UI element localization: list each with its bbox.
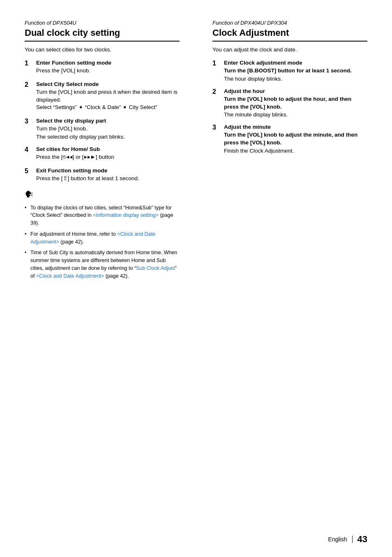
right-step-3-body: Turn the [VOL] knob to adjust the minute…	[224, 131, 367, 147]
left-step-1: 1 Enter Function setting mode Press the …	[25, 59, 180, 75]
two-column-layout: Function of DPX504U Dual clock city sett…	[25, 20, 367, 283]
left-step-4-body: Press the [⎋◀◀] or [▶▶►] button	[36, 153, 180, 161]
note-2-link[interactable]: <Clock and Date Adjustment>	[30, 231, 155, 245]
left-function-label: Function of DPX504U	[25, 20, 180, 26]
left-step-5-content: Exit Function setting mode Press the [⇧]…	[36, 167, 180, 183]
left-step-3-body: Turn the [VOL] knob.	[36, 125, 180, 133]
left-step-4-number: 4	[25, 146, 34, 154]
left-step-2-extra: Select “Settings” ➧ “Clock & Date” ➧ Cit…	[36, 104, 180, 111]
footer-bar: English 43	[328, 534, 367, 545]
right-step-1-body: Turn the [B.BOOST] button for at least 1…	[224, 67, 367, 75]
right-steps-list: 1 Enter Clock adjustment mode Turn the […	[212, 59, 367, 154]
left-step-1-heading: Enter Function setting mode	[36, 59, 180, 67]
left-step-5: 5 Exit Function setting mode Press the […	[25, 167, 180, 183]
left-step-3-number: 3	[25, 117, 34, 126]
right-step-1-heading: Enter Clock adjustment mode	[224, 59, 367, 67]
note-3-link-1[interactable]: Sub Clock Adjust	[136, 265, 175, 271]
note-item-1: To display the clocks of two cities, sel…	[25, 204, 180, 227]
left-steps-list: 1 Enter Function setting mode Press the …	[25, 59, 180, 183]
left-step-2-number: 2	[25, 81, 34, 89]
left-step-3-note: The selected city display part blinks.	[36, 134, 180, 140]
right-section-intro: You can adjust the clock and date.	[212, 46, 367, 53]
right-step-3-content: Adjust the minute Turn the [VOL] knob to…	[224, 123, 367, 154]
left-step-5-number: 5	[25, 167, 34, 176]
left-step-3-heading: Select the city display part	[36, 117, 180, 125]
right-step-1-note: The hour display blinks.	[224, 76, 367, 82]
footer-page-number: 43	[357, 534, 367, 545]
right-step-2-number: 2	[212, 88, 221, 96]
right-step-3-heading: Adjust the minute	[224, 123, 367, 131]
right-column: Function of DPX404U/ DPX304 Clock Adjust…	[204, 20, 367, 283]
left-step-3: 3 Select the city display part Turn the …	[25, 117, 180, 140]
left-step-5-heading: Exit Function setting mode	[36, 167, 180, 175]
note-icon: 🗣	[25, 189, 34, 200]
right-step-3-note: Finish the Clock Adjustment.	[224, 148, 367, 154]
right-step-1-content: Enter Clock adjustment mode Turn the [B.…	[224, 59, 367, 82]
left-step-3-content: Select the city display part Turn the [V…	[36, 117, 180, 140]
left-step-2-body: Turn the [VOL] knob and press it when th…	[36, 88, 180, 104]
left-step-4-content: Set cities for Home/ Sub Press the [⎋◀◀]…	[36, 146, 180, 161]
left-step-2: 2 Select City Select mode Turn the [VOL]…	[25, 81, 180, 112]
left-section-intro: You can select cities for two clocks.	[25, 46, 180, 53]
note-item-2: For adjustment of Home time, refer to <C…	[25, 230, 180, 246]
left-step-1-body: Press the [VOL] knob.	[36, 67, 180, 75]
footer-divider	[352, 536, 353, 543]
left-step-1-content: Enter Function setting mode Press the [V…	[36, 59, 180, 75]
left-column: Function of DPX504U Dual clock city sett…	[25, 20, 188, 283]
right-step-2: 2 Adjust the hour Turn the [VOL] knob to…	[212, 88, 367, 118]
note-item-3: Time of Sub City is automatically derive…	[25, 249, 180, 280]
right-step-3-number: 3	[212, 123, 221, 132]
left-step-5-body: Press the [⇧] button for at least 1 seco…	[36, 175, 180, 183]
right-step-2-body: Turn the [VOL] knob to adjust the hour, …	[224, 95, 367, 111]
right-step-3: 3 Adjust the minute Turn the [VOL] knob …	[212, 123, 367, 154]
right-step-2-heading: Adjust the hour	[224, 88, 367, 95]
left-section-title: Dual clock city setting	[25, 28, 180, 42]
left-step-2-heading: Select City Select mode	[36, 81, 180, 88]
footer-language: English	[328, 536, 347, 543]
note-3-link-2[interactable]: <Clock and Date Adjustment>	[36, 273, 104, 279]
left-step-2-content: Select City Select mode Turn the [VOL] k…	[36, 81, 180, 112]
left-step-4-heading: Set cities for Home/ Sub	[36, 146, 180, 153]
right-function-label: Function of DPX404U/ DPX304	[212, 20, 367, 26]
left-step-4: 4 Set cities for Home/ Sub Press the [⎋◀…	[25, 146, 180, 161]
right-section-title: Clock Adjustment	[212, 28, 367, 42]
page-container: Function of DPX504U Dual clock city sett…	[0, 0, 392, 557]
right-step-2-note: The minute display blinks.	[224, 111, 367, 118]
right-step-2-content: Adjust the hour Turn the [VOL] knob to a…	[224, 88, 367, 118]
right-step-1: 1 Enter Clock adjustment mode Turn the […	[212, 59, 367, 82]
right-step-1-number: 1	[212, 59, 221, 68]
note-1-link[interactable]: <Information display setting>	[93, 212, 159, 218]
left-step-1-number: 1	[25, 59, 34, 68]
notes-list: To display the clocks of two cities, sel…	[25, 204, 180, 280]
